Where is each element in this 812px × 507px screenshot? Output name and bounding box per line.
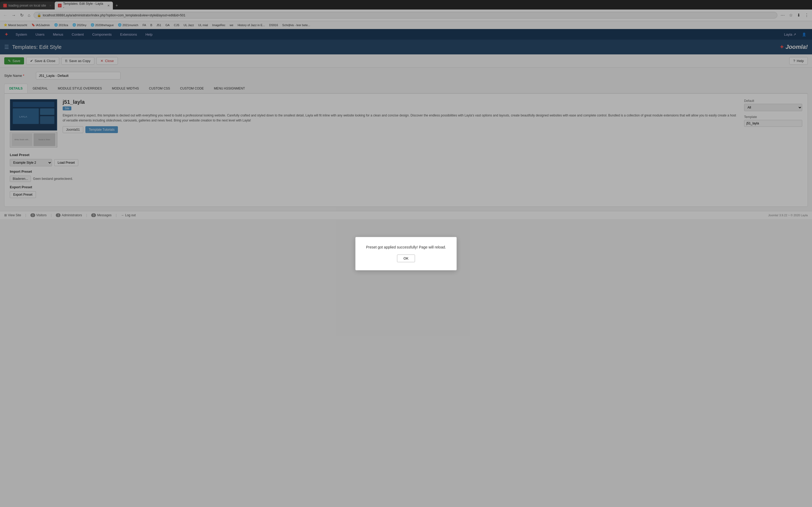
- modal-overlay: Preset got applied successfully! Page wi…: [0, 0, 812, 219]
